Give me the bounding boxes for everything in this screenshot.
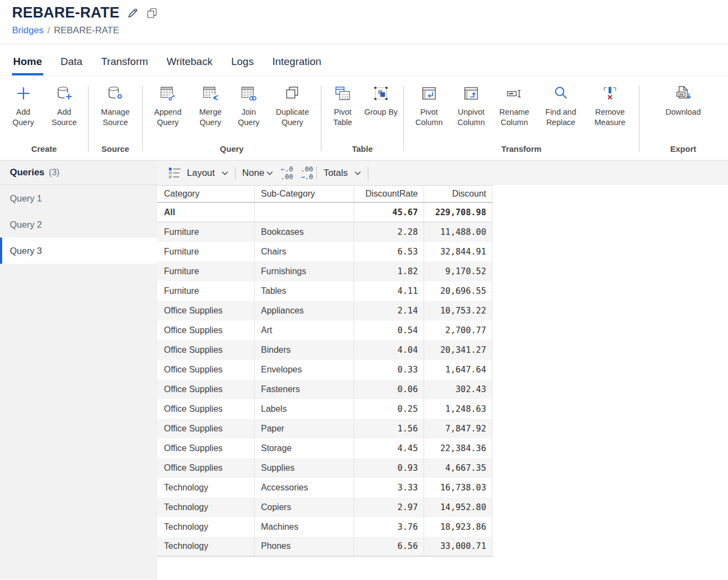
copy-title-button[interactable] [146, 7, 158, 19]
increase-decimal-button[interactable]: .00→.0 [301, 165, 313, 181]
add-query-icon [16, 82, 31, 104]
add-query-label: Add Query [6, 107, 41, 128]
add-query-button[interactable]: Add Query [6, 82, 41, 128]
queries-count-badge: (3) [49, 168, 60, 177]
manage-source-button[interactable]: Manage Source [93, 82, 137, 128]
ribbon-group-table: Pivot Table Group By Table [321, 82, 403, 160]
toolbar-divider [368, 167, 368, 180]
cell-category: Office Supplies [157, 321, 254, 340]
sidebar-item-query-3[interactable]: Query 3 [0, 238, 157, 264]
tab-bar: Home Data Transform Writeback Logs Integ… [0, 44, 728, 76]
unpivot-column-button[interactable]: Unpivot Column [453, 82, 490, 128]
add-source-button[interactable]: Add Source [46, 82, 83, 128]
cell-subcategory: Furnishings [254, 262, 354, 281]
table-row: FurnitureBookcases2.2811,488.00 [157, 222, 492, 242]
cell-category: Office Supplies [157, 458, 254, 478]
download-button[interactable]: CSV Download [659, 82, 708, 117]
cell-discount: 11,488.00 [424, 222, 492, 242]
queries-sidebar-header: Queries (3) [0, 161, 157, 185]
ribbon-group-create: Add Query Add Source Create [0, 82, 88, 160]
queries-sidebar: Queries (3) Query 1 Query 2 Query 3 [0, 161, 157, 579]
cell-discountrate: 1.82 [354, 262, 424, 281]
join-query-button[interactable]: Join Query [233, 82, 264, 128]
tab-transform[interactable]: Transform [100, 56, 149, 75]
cell-category: Office Supplies [157, 399, 254, 419]
merge-query-label: Merge Query [193, 107, 228, 128]
pencil-icon [127, 7, 139, 19]
cell-discount: 229,708.98 [424, 203, 492, 222]
unpivot-column-icon [463, 82, 479, 104]
breadcrumb: Bridges / REBARE-RATE [12, 25, 728, 36]
cell-discount: 33,000.71 [424, 537, 492, 557]
tab-data[interactable]: Data [60, 56, 84, 75]
pivot-column-button[interactable]: Pivot Column [411, 82, 447, 128]
rename-column-button[interactable]: Rename Column [495, 82, 533, 128]
tab-writeback[interactable]: Writeback [166, 56, 214, 75]
sidebar-item-query-1[interactable]: Query 1 [0, 185, 157, 211]
cell-discount: 7,847.92 [424, 419, 492, 439]
column-header-discountrate[interactable]: DiscountRate [354, 186, 424, 203]
cell-discountrate: 0.06 [354, 380, 424, 399]
cell-discount: 32,844.91 [424, 242, 492, 262]
duplicate-query-button[interactable]: Duplicate Query [269, 82, 315, 128]
tab-integration[interactable]: Integration [271, 56, 322, 75]
column-header-category[interactable]: Category [157, 186, 254, 203]
cell-discountrate: 6.56 [354, 537, 424, 557]
cell-discount: 14,952.80 [424, 498, 492, 517]
cell-category: Office Supplies [157, 419, 254, 439]
table-row: Office SuppliesStorage4.4522,384.36 [157, 439, 492, 458]
tab-home[interactable]: Home [12, 56, 43, 75]
table-row: Office SuppliesAppliances2.1410,753.22 [157, 301, 492, 321]
cell-subcategory: Labels [254, 399, 354, 419]
cell-discount: 2,700.77 [424, 321, 492, 340]
rename-column-label: Rename Column [495, 107, 533, 128]
column-header-subcategory[interactable]: Sub-Category [254, 186, 354, 203]
cell-category: Technology [157, 478, 254, 498]
cell-subcategory: Phones [254, 537, 354, 557]
ribbon-group-query-label: Query [220, 144, 243, 153]
layout-label: Layout [187, 168, 215, 179]
cell-discountrate: 4.04 [354, 340, 424, 360]
query-editor-window: REBARE-RATE Bridges / REBARE-RATE Home D… [0, 0, 728, 580]
sidebar-item-query-2[interactable]: Query 2 [0, 211, 157, 238]
chevron-down-icon [266, 171, 273, 175]
copy-icon [146, 7, 158, 19]
cell-category: Office Supplies [157, 301, 254, 321]
cell-discountrate: 3.33 [354, 478, 424, 498]
append-query-label: Append Query [148, 107, 187, 128]
table-row: FurnitureFurnishings1.829,170.52 [157, 262, 492, 281]
tab-logs[interactable]: Logs [230, 56, 255, 75]
cell-subcategory: Envelopes [254, 360, 354, 380]
title-block: REBARE-RATE Bridges / REBARE-RATE [0, 0, 728, 44]
totals-dropdown[interactable]: Totals [324, 168, 361, 179]
append-query-button[interactable]: Append Query [148, 82, 187, 128]
column-header-discount[interactable]: Discount [424, 186, 492, 203]
cell-category: Office Supplies [157, 340, 254, 360]
cell-category: Technology [157, 517, 254, 537]
cell-discount: 302.43 [424, 380, 492, 399]
find-replace-button[interactable]: Find and Replace [539, 82, 583, 128]
table-row: Office SuppliesArt0.542,700.77 [157, 321, 492, 340]
manage-source-label: Manage Source [93, 107, 137, 128]
cell-discount: 10,753.22 [424, 301, 492, 321]
decrease-decimal-button[interactable]: ←.0.00 [281, 165, 293, 181]
pivot-column-icon [421, 82, 437, 104]
pivot-table-button[interactable]: Pivot Table [327, 82, 359, 128]
merge-query-button[interactable]: Merge Query [193, 82, 228, 128]
cell-subcategory: Binders [254, 340, 354, 360]
cell-discountrate: 0.33 [354, 360, 424, 380]
layout-dropdown[interactable]: Layout [168, 167, 228, 179]
cell-category: Furniture [157, 262, 254, 281]
page-title: REBARE-RATE [12, 4, 120, 21]
breadcrumb-parent-link[interactable]: Bridges [12, 25, 44, 36]
ribbon-group-query: Append Query Merge Query Join Query [143, 82, 321, 160]
find-replace-icon [553, 82, 569, 104]
ribbon-group-transform: Pivot Column Unpivot Column Rename Colum… [404, 82, 639, 160]
group-by-button[interactable]: Group By [364, 82, 398, 117]
table-row: Office SuppliesLabels0.251,248.63 [157, 399, 492, 419]
rename-title-button[interactable] [127, 7, 139, 19]
aggregation-dropdown[interactable]: None [242, 168, 273, 179]
append-query-icon [160, 82, 176, 104]
remove-measure-button[interactable]: Remove Measure [588, 82, 632, 128]
table-row: TechnologyPhones6.5633,000.71 [157, 537, 492, 557]
